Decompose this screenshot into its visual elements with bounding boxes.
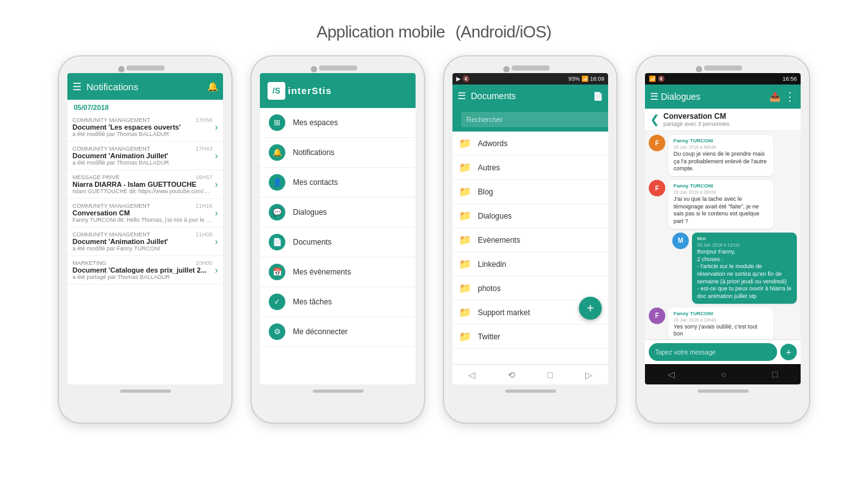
bubble-sender: Fanny TURCONI bbox=[674, 311, 768, 316]
phone-3-home-bar bbox=[505, 390, 556, 393]
folder-icon: 📁 bbox=[459, 258, 471, 270]
notif-arrow: › bbox=[215, 265, 218, 275]
notification-item[interactable]: Message privé 16h57 Niarra DIARRA - Isla… bbox=[67, 170, 223, 199]
notif-title: Document 'Les espaces ouverts' bbox=[72, 123, 212, 131]
folder-icon: 📁 bbox=[459, 137, 471, 149]
menu-item[interactable]: 👤 Mes contacts bbox=[260, 168, 416, 198]
menu-item[interactable]: 💬 Dialogues bbox=[260, 198, 416, 227]
folder-item[interactable]: 📁 Twitter bbox=[452, 325, 608, 349]
nav-rotate-3[interactable]: ⟲ bbox=[508, 370, 515, 380]
notification-item[interactable]: Community management 17h43 Document 'Ani… bbox=[67, 142, 223, 170]
send-button[interactable]: + bbox=[780, 344, 797, 360]
bubble-sender: Fanny TURCONI bbox=[674, 183, 768, 189]
chat-bubble: Fanny TURCONI 29 Juil. 2018 à 09h34 Du c… bbox=[668, 135, 773, 176]
chat-message-row: Moi 29 Juil. 2018 à 11h10 Bonjour Fanny,… bbox=[649, 233, 797, 304]
search-input[interactable] bbox=[461, 112, 608, 127]
menu-item-icon: 👤 bbox=[269, 174, 285, 191]
nav-square-4[interactable]: □ bbox=[772, 369, 777, 379]
menu-item[interactable]: ⚙ Me déconnecter bbox=[260, 317, 416, 347]
chat-header: ☰ Dialogues 📤 ⋮ bbox=[645, 85, 801, 109]
fab-button[interactable]: + bbox=[579, 297, 602, 320]
phone-1: ☰ Notifications 🔔 05/07/2018 Community m… bbox=[58, 55, 233, 424]
phone-4-speaker bbox=[704, 65, 742, 71]
notification-item[interactable]: Community management 17h56 Document 'Les… bbox=[67, 113, 223, 142]
conversation-title: Conversation CM bbox=[663, 112, 729, 121]
folder-item[interactable]: 📁 Autres bbox=[452, 156, 608, 180]
menu-item[interactable]: ✓ Mes tâches bbox=[260, 287, 416, 317]
logo-text: interStis bbox=[288, 85, 332, 96]
chat-input-bar: + bbox=[645, 339, 801, 364]
chat-more-icon[interactable]: ⋮ bbox=[784, 90, 796, 104]
folder-icon: 📁 bbox=[459, 330, 471, 342]
bubble-text: Bonjour Fanny,2 choses :- l'article sur … bbox=[697, 248, 792, 301]
menu-item[interactable]: 📅 Mes évènements bbox=[260, 257, 416, 287]
doc-header: ☰ Documents 📄 bbox=[452, 85, 608, 107]
chat-message-row: F Fanny TURCONI 29 Juil. 2018 à 13h43 Ye… bbox=[649, 308, 797, 339]
chat-header-title: Dialogues bbox=[661, 92, 770, 102]
doc-nav-bar: ◁ ⟲ □ ▷ bbox=[452, 364, 608, 384]
menu-item-icon: ✓ bbox=[269, 294, 285, 310]
chat-nav-bar: ◁ ○ □ bbox=[645, 364, 801, 384]
menu-icon-1[interactable]: ☰ bbox=[72, 81, 81, 93]
phone-2-home-bar bbox=[313, 390, 363, 393]
phone-4-camera bbox=[696, 66, 702, 72]
phone-2-screen: /S interStis ⊞ Mes espaces 🔔 Notificatio… bbox=[260, 73, 416, 384]
folder-name: Linkedin bbox=[478, 260, 506, 269]
notif-arrow: › bbox=[215, 236, 218, 247]
phone-1-title: Notifications bbox=[86, 81, 207, 92]
folder-name: Autres bbox=[478, 163, 500, 172]
nav-forward-3[interactable]: ▷ bbox=[585, 370, 592, 380]
bubble-text: J'ai vu que la tache avec le témoignage … bbox=[674, 196, 768, 226]
bubble-sender: Moi bbox=[697, 236, 792, 241]
phone-4-screen: 📶 🔇 16:56 ☰ Dialogues 📤 ⋮ ❮ Conversation… bbox=[645, 73, 801, 384]
menu-item[interactable]: 🔔 Notifications bbox=[260, 138, 416, 168]
chat-avatar: F bbox=[649, 180, 665, 196]
notif-category: Community management bbox=[72, 231, 150, 238]
notif-sub: a été modifié par Thomas BALLADUR bbox=[72, 131, 212, 137]
nav-square-3[interactable]: □ bbox=[548, 370, 553, 380]
phone-1-header: ☰ Notifications 🔔 bbox=[67, 73, 223, 100]
nav-back-4[interactable]: ◁ bbox=[668, 369, 675, 379]
status-left: ▶ 🔇 bbox=[456, 76, 470, 82]
menu-item-label: Mes espaces bbox=[293, 118, 338, 127]
notif-sub: Fanny TURCONI dit: Hello Thomas, j'ai mi… bbox=[72, 217, 212, 223]
phone-3: ▶ 🔇 93% 📶 16:09 ☰ Documents 📄 📁 Adwords … bbox=[443, 55, 618, 424]
menu-item-label: Dialogues bbox=[293, 208, 327, 217]
nav-home-4[interactable]: ○ bbox=[721, 369, 726, 379]
notification-item[interactable]: Community management 11h09 Document 'Ani… bbox=[67, 227, 223, 256]
folder-item[interactable]: 📁 Evènements bbox=[452, 228, 608, 252]
notif-arrow: › bbox=[215, 179, 218, 189]
chat-message-row: F Fanny TURCONI 29 Juil. 2018 à 09h54 J'… bbox=[649, 180, 797, 229]
conversation-header: ❮ Conversation CM partagé avec 3 personn… bbox=[645, 109, 801, 131]
notif-title: Document 'Animation Juillet' bbox=[72, 152, 212, 159]
menu-item-label: Documents bbox=[293, 238, 332, 247]
folder-icon: 📁 bbox=[459, 161, 471, 173]
notification-item[interactable]: MARKETING 10h00 Document 'Catalogue des … bbox=[67, 256, 223, 285]
phone-3-camera bbox=[503, 66, 510, 72]
chat-bubble: Moi 29 Juil. 2018 à 11h10 Bonjour Fanny,… bbox=[692, 233, 797, 304]
phone-1-home-bar bbox=[120, 390, 171, 393]
app-logo: /S interStis bbox=[260, 73, 416, 108]
notif-sub: a été modifié par Fanny TURCONI bbox=[72, 245, 212, 252]
nav-back-3[interactable]: ◁ bbox=[468, 370, 475, 380]
folder-item[interactable]: 📁 photos bbox=[452, 276, 608, 301]
back-icon[interactable]: ❮ bbox=[650, 112, 660, 126]
notif-category: Community management bbox=[72, 146, 150, 152]
folder-item[interactable]: 📁 Blog bbox=[452, 180, 608, 204]
folder-item[interactable]: 📁 Linkedin bbox=[452, 252, 608, 276]
bell-icon: 🔔 bbox=[207, 81, 218, 92]
doc-list: 📁 Adwords 📁 Autres 📁 Blog 📁 Dialogues 📁 … bbox=[452, 132, 608, 364]
menu-item[interactable]: ⊞ Mes espaces bbox=[260, 108, 416, 138]
menu-icon-4[interactable]: ☰ bbox=[650, 91, 658, 102]
chat-input[interactable] bbox=[649, 343, 777, 361]
status-icons-4: 📶 🔇 bbox=[649, 76, 665, 82]
folder-item[interactable]: 📁 Dialogues bbox=[452, 204, 608, 228]
notification-item[interactable]: Community management 11h16 Conversation … bbox=[67, 199, 223, 227]
menu-icon-3[interactable]: ☰ bbox=[458, 90, 466, 102]
folder-item[interactable]: 📁 Adwords bbox=[452, 132, 608, 156]
notif-sub: a été partagé par Thomas BALLADUR bbox=[72, 274, 212, 280]
menu-item-label: Mes contacts bbox=[293, 178, 338, 187]
bubble-date: 29 Juil. 2018 à 09h54 bbox=[674, 190, 768, 194]
menu-item[interactable]: 📄 Documents bbox=[260, 227, 416, 257]
chat-share-icon[interactable]: 📤 bbox=[770, 92, 780, 102]
